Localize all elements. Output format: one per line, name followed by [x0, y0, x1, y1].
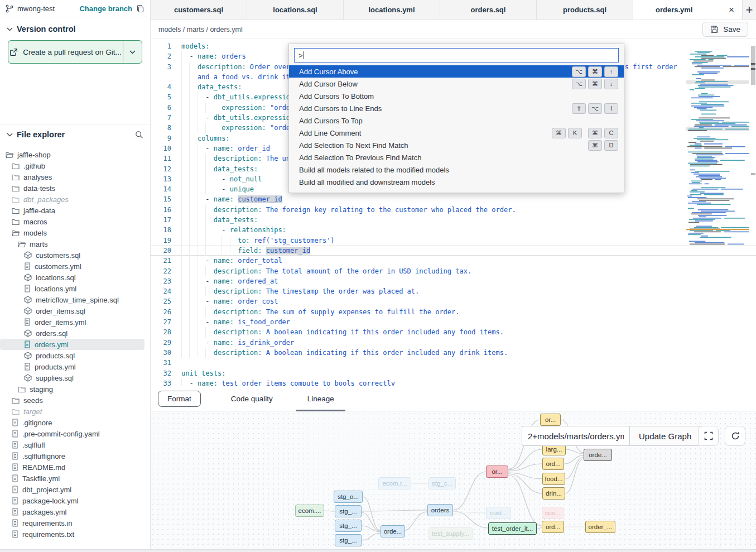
tab-orders.yml[interactable]: orders.yml×	[633, 0, 743, 20]
lineage-node[interactable]: ecom....	[295, 505, 324, 517]
tree-item[interactable]: orders.sql	[0, 328, 150, 339]
tab-products.sql[interactable]: products.sql	[537, 0, 633, 20]
create-pr-main[interactable]: Create a pull request on Git...	[8, 41, 123, 63]
command-item[interactable]: Add Line Comment⌘K⌘C	[289, 127, 624, 139]
tree-item[interactable]: package-lock.yml	[0, 495, 150, 506]
tree-item[interactable]: .sqlfluffignore	[0, 450, 150, 462]
tree-item[interactable]: locations.yml	[0, 283, 150, 294]
tree-item[interactable]: .pre-commit-config.yaml	[0, 428, 150, 439]
command-item[interactable]: Add Selection To Next Find Match⌘D	[289, 139, 624, 151]
tree-item[interactable]: products.sql	[0, 350, 150, 361]
lineage-node[interactable]: test_order_it...	[488, 522, 537, 535]
code-line[interactable]: 30 description: A boolean indicating if …	[151, 348, 756, 358]
tree-item[interactable]: metricflow_time_spine.sql	[0, 294, 150, 305]
tree-item[interactable]: README.md	[0, 462, 150, 473]
tab-locations.sql[interactable]: locations.sql	[247, 0, 344, 20]
tree-item[interactable]: Taskfile.yml	[0, 473, 150, 484]
code-line[interactable]: 15 - name: customer_id	[151, 194, 756, 204]
code-line[interactable]: 22 description: The total amount of the …	[151, 266, 756, 276]
lineage-node[interactable]: ord...	[542, 458, 564, 470]
lineage-node[interactable]: stg_o...	[334, 491, 363, 503]
code-line[interactable]: 19 to: ref('stg_customers')	[151, 236, 756, 246]
tree-item[interactable]: requirements.txt	[0, 529, 150, 540]
command-item[interactable]: Add Cursors To Top	[289, 114, 624, 127]
tree-item[interactable]: models	[0, 227, 150, 238]
scrollbar-thumb[interactable]	[751, 46, 755, 85]
minimap[interactable]	[686, 45, 749, 250]
format-button[interactable]: Format	[158, 391, 201, 407]
change-branch-link[interactable]: Change branch	[79, 4, 132, 13]
tree-item[interactable]: analyses	[0, 171, 150, 183]
code-line[interactable]: 18 - relationships:	[151, 225, 756, 235]
lineage-node[interactable]: ord...	[542, 521, 564, 533]
new-tab-button[interactable]: +	[743, 0, 756, 20]
code-line[interactable]: 28 description: A boolean indicating if …	[151, 327, 756, 337]
file-explorer-header[interactable]: File explorer	[0, 124, 150, 142]
tree-item[interactable]: packages.yml	[0, 506, 150, 517]
command-item[interactable]: Add Cursors to Line Ends⇧⌥I	[289, 102, 624, 114]
tree-item[interactable]: staging	[0, 383, 150, 395]
tab-orders.sql[interactable]: orders.sql	[440, 0, 537, 20]
tab-code-quality[interactable]: Code quality	[227, 387, 277, 411]
copy-icon[interactable]	[136, 4, 145, 13]
command-item[interactable]: Add Cursor Below⌥⌘↓	[289, 78, 624, 90]
code-line[interactable]: 16 description: The foreign key relating…	[151, 205, 756, 215]
tree-item[interactable]: data-tests	[0, 183, 150, 194]
tree-item[interactable]: .github	[0, 160, 150, 171]
tab-customers.sql[interactable]: customers.sql	[151, 0, 247, 20]
code-line[interactable]: 27 - name: is_food_order	[151, 317, 756, 327]
lineage-filter-input[interactable]	[522, 426, 629, 446]
create-pr-caret[interactable]	[123, 41, 142, 63]
tree-item[interactable]: jaffle-shop	[0, 149, 150, 160]
tree-item[interactable]: seeds	[0, 395, 150, 406]
tree-item[interactable]: marts	[0, 238, 150, 249]
code-line[interactable]: 33 - name: test_order_items_compute_to_b…	[151, 378, 756, 386]
tree-item[interactable]: order_items.yml	[0, 316, 150, 328]
lineage-node[interactable]: food...	[542, 473, 565, 485]
command-item[interactable]: Build all modified and downstream models	[289, 176, 624, 188]
lineage-node[interactable]: order_...	[585, 521, 615, 533]
code-line[interactable]: 26 description: The sum of supply expens…	[151, 307, 756, 317]
lineage-node[interactable]: stg_...	[335, 505, 362, 517]
code-line[interactable]: 29 - name: is_drink_order	[151, 338, 756, 348]
search-icon[interactable]	[135, 131, 143, 139]
lineage-node[interactable]: cust...	[486, 507, 511, 519]
tree-item[interactable]: jaffle-data	[0, 205, 150, 216]
command-palette-input[interactable]: >	[294, 48, 619, 63]
fullscreen-button[interactable]	[698, 426, 719, 446]
command-item[interactable]: Build all models related to the modified…	[289, 164, 624, 176]
lineage-node[interactable]: orders	[427, 504, 453, 516]
lineage-node[interactable]: orde...	[381, 525, 405, 537]
code-line[interactable]: 25 - name: order_cost	[151, 296, 756, 306]
tree-item[interactable]: customers.yml	[0, 261, 150, 272]
lineage-node[interactable]: drin...	[542, 487, 565, 500]
tree-item[interactable]: macros	[0, 216, 150, 227]
code-line[interactable]: 23 - name: ordered_at	[151, 276, 756, 286]
lineage-canvas[interactable]: ecom....stg_o...stg_...stg_...stg_...ord…	[151, 411, 756, 549]
editor-scrollbar[interactable]	[750, 39, 756, 386]
tree-item[interactable]: order_items.sql	[0, 305, 150, 316]
lineage-node[interactable]: test_supply...	[428, 527, 473, 540]
tree-item[interactable]: dbt_project.yml	[0, 484, 150, 495]
lineage-node[interactable]: orde...	[584, 449, 612, 461]
command-item[interactable]: Add Selection To Previous Find Match	[289, 151, 624, 164]
save-button[interactable]: Save	[702, 22, 748, 37]
code-line[interactable]: 32unit_tests:	[151, 368, 756, 378]
lineage-node[interactable]: ecom.r...	[378, 477, 411, 489]
create-pr-button[interactable]: Create a pull request on Git...	[8, 40, 142, 64]
tab-locations.yml[interactable]: locations.yml	[344, 0, 440, 20]
update-graph-button[interactable]: Update Graph	[629, 426, 701, 446]
tab-lineage[interactable]: Lineage	[303, 387, 339, 411]
close-icon[interactable]: ×	[729, 4, 734, 16]
refresh-button[interactable]	[725, 426, 745, 446]
lineage-node[interactable]: cus...	[542, 507, 564, 519]
tree-item[interactable]: customers.sql	[0, 249, 150, 261]
code-line[interactable]: 17 data_tests:	[151, 215, 756, 225]
tree-item[interactable]: products.yml	[0, 361, 150, 372]
code-line[interactable]: 21 - name: order_total	[151, 256, 756, 266]
lineage-node[interactable]: stg_...	[335, 520, 362, 532]
lineage-node[interactable]: or...	[540, 414, 561, 426]
lineage-node[interactable]: stg_c...	[428, 477, 456, 489]
tree-item[interactable]: .gitignore	[0, 417, 150, 428]
command-item[interactable]: Add Cursors To Bottom	[289, 90, 624, 102]
